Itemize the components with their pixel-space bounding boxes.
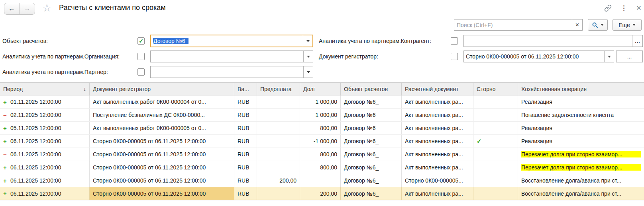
magnifier-icon xyxy=(592,22,598,28)
filter-combo-registrar[interactable]: Сторно 0К00-000005 от 06.11.2025 12:00:0… xyxy=(463,51,614,62)
filter-combo-organization[interactable] xyxy=(150,51,313,62)
filter-object-value: Договор №6_ xyxy=(153,38,188,44)
search-clear-button[interactable]: ✕ xyxy=(572,19,582,30)
filter-label-partner: Аналитика учета по партнерам.Партнер: xyxy=(2,66,108,78)
highlighted-operation: Перезачет долга при сторно взаимор... xyxy=(521,151,641,157)
forward-icon: → xyxy=(24,5,31,13)
history-nav: ← → xyxy=(4,3,35,15)
filter-label-object: Объект расчетов: xyxy=(2,35,48,47)
table-row[interactable]: +06.11.2025 12:00:00 Сторно 0К00-000005 … xyxy=(0,135,644,148)
minus-icon: − xyxy=(3,151,10,158)
plus-icon: + xyxy=(3,164,10,171)
combo-dropdown-button[interactable] xyxy=(303,66,313,78)
column-header-period[interactable]: Период↓ xyxy=(0,83,90,95)
checkbox-check-icon: ✓ xyxy=(139,38,143,44)
table-row[interactable]: +05.11.2025 12:00:00 Акт выполненных раб… xyxy=(0,122,644,135)
filter-checkbox-object[interactable]: ✓ xyxy=(137,37,145,45)
table-row[interactable]: +06.11.2025 12:00:00 Сторно 0К00-000005 … xyxy=(0,174,644,187)
choose-button[interactable]: ... xyxy=(632,35,642,47)
chevron-down-icon xyxy=(307,56,310,58)
storno-check-icon: ✓ xyxy=(477,138,482,145)
more-menu-icon[interactable]: ⋮ xyxy=(620,4,627,12)
clear-icon: ✕ xyxy=(575,22,579,28)
plus-icon: + xyxy=(3,190,10,197)
plus-icon: + xyxy=(3,138,10,145)
filter-checkbox-counterparty[interactable] xyxy=(451,37,458,45)
minus-icon: − xyxy=(3,112,10,119)
registrar-choose-button[interactable]: ... xyxy=(616,51,643,62)
ellipsis-icon: ... xyxy=(635,37,640,45)
page-title: Расчеты с клиентами по срокам xyxy=(59,4,166,12)
filter-label-organization: Аналитика учета по партнерам.Организация… xyxy=(2,51,120,62)
search-input[interactable] xyxy=(454,19,572,30)
search-box: ✕ xyxy=(454,19,583,31)
combo-dropdown-button[interactable] xyxy=(303,35,312,47)
combo-dropdown-button[interactable] xyxy=(303,51,313,62)
plus-icon: + xyxy=(3,177,10,184)
filter-checkbox-partner[interactable] xyxy=(137,68,145,76)
window-icons: ⋮ ✕ xyxy=(604,4,642,12)
filter-combo-partner[interactable] xyxy=(150,66,313,78)
column-header-prepayment[interactable]: Предоплата xyxy=(257,83,300,95)
table-row-selected[interactable]: +06.11.2025 12:00:00 Сторно 0К00-000005 … xyxy=(0,187,644,200)
filter-registrar-value: Сторно 0К00-000005 от 06.11.2025 12:00:0… xyxy=(466,53,579,60)
search-button[interactable] xyxy=(588,19,608,31)
column-header-registrar[interactable]: Документ регистратор xyxy=(90,83,234,95)
sort-desc-icon: ↓ xyxy=(83,86,86,92)
records-table: Период↓ Документ регистратор Ва... Предо… xyxy=(0,82,644,200)
chevron-down-icon xyxy=(307,71,310,73)
chevron-down-icon xyxy=(601,24,604,26)
table-row[interactable]: +06.11.2025 12:00:00 Сторно 0К00-000005 … xyxy=(0,161,644,174)
forward-button[interactable]: → xyxy=(20,3,35,14)
chevron-down-icon xyxy=(632,24,636,26)
column-header-operation[interactable]: Хозяйственная операция xyxy=(518,83,644,95)
chevron-down-icon xyxy=(306,40,310,42)
column-header-debt[interactable]: Долг xyxy=(300,83,341,95)
highlighted-operation: Перезачет долга при сторно взаимор... xyxy=(521,164,641,171)
plus-icon: + xyxy=(3,99,10,105)
ellipsis-icon: ... xyxy=(627,53,632,60)
column-header-object[interactable]: Объект расчетов xyxy=(341,83,402,95)
filter-input-counterparty[interactable]: ... xyxy=(463,35,643,47)
chevron-down-icon xyxy=(608,56,611,58)
table-row[interactable]: −06.11.2025 12:00:00 Сторно 0К00-000005 … xyxy=(0,148,644,161)
table-row[interactable]: −02.11.2025 12:00:00 Поступление безнали… xyxy=(0,109,644,122)
close-icon[interactable]: ✕ xyxy=(636,4,642,12)
filter-checkbox-registrar[interactable] xyxy=(451,53,458,60)
active-cell[interactable]: Сторно 0К00-000005 от 06.11.2025 12:00:0… xyxy=(90,187,234,200)
back-button[interactable]: ← xyxy=(4,3,20,14)
column-header-currency[interactable]: Ва... xyxy=(234,83,257,95)
favorite-star-icon[interactable]: ☆ xyxy=(42,2,51,14)
filter-combo-object[interactable]: Договор №6_ xyxy=(150,35,313,47)
get-link-icon[interactable] xyxy=(604,4,612,12)
more-actions-button[interactable]: Еще xyxy=(613,19,642,31)
combo-dropdown-button[interactable] xyxy=(604,51,614,62)
table-header-row: Период↓ Документ регистратор Ва... Предо… xyxy=(0,82,644,95)
plus-icon: + xyxy=(3,125,10,132)
back-icon: ← xyxy=(8,5,15,13)
column-header-settlement-doc[interactable]: Расчетный документ xyxy=(402,83,473,95)
filter-label-registrar: Документ регистратор: xyxy=(319,51,378,62)
filter-checkbox-organization[interactable] xyxy=(137,53,145,60)
table-row[interactable]: +01.11.2025 12:00:00 Акт выполненных раб… xyxy=(0,95,644,109)
column-header-storno[interactable]: Сторно xyxy=(473,83,518,95)
filter-label-counterparty: Аналитика учета по партнерам.Контрагент: xyxy=(319,35,431,47)
more-actions-label: Еще xyxy=(618,22,630,28)
